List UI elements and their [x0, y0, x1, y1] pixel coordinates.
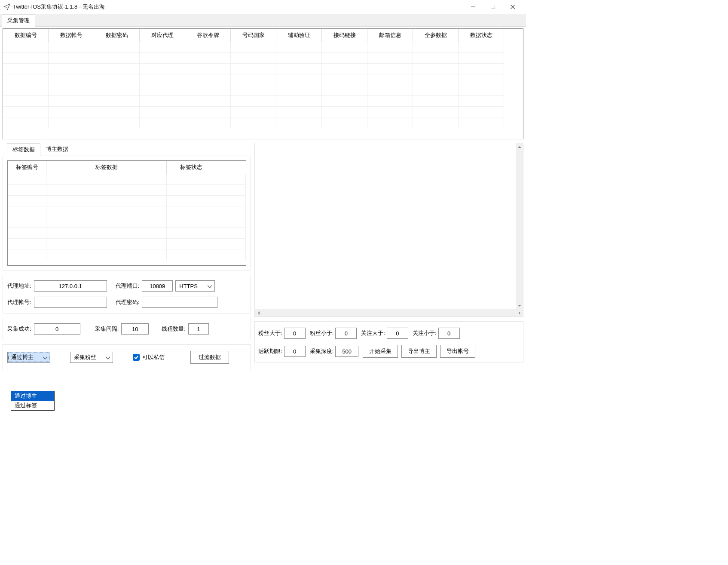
follow-lt-label: 关注小于:	[413, 329, 437, 337]
fans-lt-input[interactable]	[335, 328, 357, 339]
minimize-button[interactable]	[463, 0, 483, 13]
chevron-down-icon	[43, 354, 47, 361]
follow-gt-label: 关注大于:	[361, 329, 385, 337]
tab-collect-manage[interactable]: 采集管理	[2, 14, 35, 27]
collect-interval-label: 采集间隔:	[95, 325, 119, 333]
collect-by-value: 通过博主	[11, 353, 34, 361]
depth-input[interactable]	[335, 346, 358, 357]
col-google-token[interactable]: 谷歌令牌	[185, 29, 231, 42]
table-row[interactable]	[3, 42, 523, 53]
window-controls	[463, 0, 523, 13]
dropdown-option-by-tag[interactable]: 通过标签	[11, 401, 54, 410]
collect-target-value: 采集粉丝	[74, 353, 96, 361]
checkbox-checked-icon	[133, 354, 140, 361]
dm-label: 可以私信	[142, 353, 165, 361]
col-tag-id[interactable]: 标签编号	[8, 161, 46, 174]
table-row[interactable]	[8, 206, 246, 217]
main-tab-strip: 采集管理	[0, 14, 526, 27]
collect-target-select[interactable]: 采集粉丝	[70, 352, 113, 363]
proxy-user-label: 代理帐号:	[7, 298, 31, 306]
col-tag-data[interactable]: 标签数据	[46, 161, 167, 174]
scroll-left-icon[interactable]	[255, 309, 262, 316]
proxy-port-label: 代理端口:	[116, 282, 140, 290]
dm-checkbox-wrap[interactable]: 可以私信	[133, 353, 165, 361]
active-input[interactable]	[284, 346, 306, 357]
col-data-password[interactable]: 数据密码	[94, 29, 140, 42]
window-title: Twitter-IOS采集协议-1.1.8 - 无名出海	[13, 3, 463, 11]
paper-plane-icon	[3, 3, 10, 10]
scroll-up-icon[interactable]	[516, 143, 523, 150]
table-row[interactable]	[8, 196, 246, 206]
svg-rect-1	[491, 5, 495, 9]
follow-lt-input[interactable]	[438, 328, 460, 339]
col-email-info[interactable]: 邮箱信息	[367, 29, 413, 42]
depth-label: 采集深度:	[310, 347, 334, 355]
export-account-button[interactable]: 导出帐号	[440, 345, 475, 358]
horizontal-scrollbar[interactable]	[255, 309, 523, 316]
mode-panel: 通过博主 采集粉丝 可以私信	[3, 344, 251, 370]
table-row[interactable]	[3, 85, 523, 96]
table-row[interactable]	[3, 53, 523, 64]
table-row[interactable]	[8, 249, 246, 260]
col-proxy[interactable]: 对应代理	[140, 29, 185, 42]
col-data-account[interactable]: 数据帐号	[49, 29, 94, 42]
filter-data-button[interactable]: 过滤数据	[190, 351, 229, 364]
tags-table-body	[8, 174, 246, 260]
accounts-table[interactable]: 数据编号 数据帐号 数据密码 对应代理 谷歌令牌 号码国家 辅助验证 接码链接 …	[3, 28, 523, 139]
dropdown-option-by-blogger[interactable]: 通过博主	[11, 391, 54, 401]
close-button[interactable]	[503, 0, 523, 13]
proxy-user-input[interactable]	[34, 297, 107, 308]
table-row[interactable]	[3, 64, 523, 74]
proxy-pass-input[interactable]	[142, 297, 217, 308]
col-aux-verify[interactable]: 辅助验证	[276, 29, 322, 42]
titlebar: Twitter-IOS采集协议-1.1.8 - 无名出海	[0, 0, 526, 14]
table-row[interactable]	[8, 185, 246, 196]
col-data-status[interactable]: 数据状态	[459, 29, 504, 42]
accounts-table-body	[3, 42, 523, 128]
collect-success-input[interactable]	[34, 323, 80, 335]
col-full-params[interactable]: 全参数据	[413, 29, 459, 42]
active-label: 活跃期限:	[258, 347, 282, 355]
col-data-id[interactable]: 数据编号	[3, 29, 49, 42]
table-row[interactable]	[8, 228, 246, 239]
proxy-addr-input[interactable]	[34, 280, 107, 292]
scroll-right-icon[interactable]	[516, 309, 523, 316]
table-row[interactable]	[8, 217, 246, 228]
fans-gt-label: 粉丝大于:	[258, 329, 282, 337]
export-blogger-button[interactable]: 导出博主	[401, 345, 437, 358]
chevron-down-icon	[106, 354, 110, 361]
start-collect-button[interactable]: 开始采集	[363, 345, 398, 358]
table-row[interactable]	[3, 96, 523, 107]
fans-gt-input[interactable]	[284, 328, 306, 339]
table-row[interactable]	[3, 74, 523, 85]
threads-label: 线程数量:	[162, 325, 186, 333]
col-spacer	[216, 161, 246, 174]
col-code-link[interactable]: 接码链接	[322, 29, 367, 42]
chevron-down-icon	[208, 283, 212, 289]
threads-input[interactable]	[188, 323, 209, 335]
vertical-scrollbar[interactable]	[516, 143, 523, 309]
proxy-protocol-select[interactable]: HTTPS	[175, 280, 215, 292]
table-row[interactable]	[8, 174, 246, 185]
tab-blogger-data[interactable]: 博主数据	[40, 143, 74, 156]
col-country[interactable]: 号码国家	[231, 29, 276, 42]
proxy-port-input[interactable]	[142, 280, 173, 292]
table-row[interactable]	[3, 117, 523, 128]
filter-panel: 粉丝大于: 粉丝小于: 关注大于: 关注小于: 活跃期限: 采集深度: 开始采集…	[254, 321, 523, 362]
tags-table[interactable]: 标签编号 标签数据 标签状态	[7, 160, 246, 266]
proxy-addr-label: 代理地址:	[7, 282, 31, 290]
table-row[interactable]	[8, 239, 246, 249]
follow-gt-input[interactable]	[387, 328, 408, 339]
collect-by-select[interactable]: 通过博主	[7, 352, 50, 363]
tab-tag-data[interactable]: 标签数据	[7, 143, 40, 156]
collect-stats-panel: 采集成功: 采集间隔: 线程数量:	[3, 318, 251, 340]
collect-by-dropdown[interactable]: 通过博主 通过标签	[11, 391, 55, 411]
log-area[interactable]	[254, 143, 523, 317]
col-tag-status[interactable]: 标签状态	[167, 161, 216, 174]
maximize-button[interactable]	[483, 0, 503, 13]
collect-interval-input[interactable]	[121, 323, 149, 335]
scroll-down-icon[interactable]	[516, 302, 523, 309]
collect-success-label: 采集成功:	[7, 325, 31, 333]
fans-lt-label: 粉丝小于:	[310, 329, 334, 337]
table-row[interactable]	[3, 107, 523, 117]
